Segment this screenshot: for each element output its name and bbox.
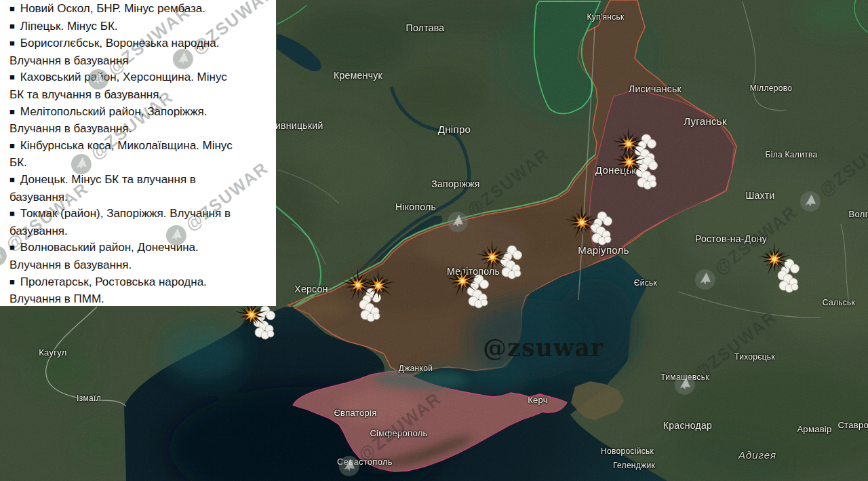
strike-report-line: Пролетарськ, Ростовська народна. [20,275,207,288]
strike-report-line: Влучання в базування [9,54,129,67]
strike-report-item: ■Донецьк. Мінус БК та влучання вбазуванн… [9,172,268,206]
map-screenshot: ПолтаваКуп'янськКременчукЛисичанськМілле… [0,0,868,481]
strike-report-line: Каховський район, Херсонщина. Мінус [20,71,227,83]
bullet-square-icon: ■ [9,107,15,117]
strike-report-line: Влучання в базування. [9,258,132,271]
strike-report-line: Кінбурнська коса, Миколаївщина. Мінус [20,139,233,152]
bullet-square-icon: ■ [9,140,15,151]
strike-report-line: Новий Оскол, БНР. Мінус рембаза. [20,2,205,15]
strike-report-line: Влучання в ПММ. [9,292,104,305]
bullet-square-icon: ■ [9,174,15,185]
strike-report-item: ■Кінбурнська коса, Миколаївщина. МінусБК… [9,138,268,172]
strike-report-item: ■Токмак (район), Запоріжжя. Влучання вба… [9,206,268,239]
strike-report-line: БК. [9,156,27,169]
strike-report-line: базування. [9,225,68,237]
strike-report-line: Борисоглєбськ, Воронезька народна. [20,37,220,50]
watermark-handle: @zsuwar [483,334,604,362]
strike-report-line: Донецьк. Мінус БК та влучання в [20,173,196,186]
bullet-square-icon: ■ [9,3,15,14]
strike-report-line: базування. [9,191,68,204]
bullet-square-icon: ■ [9,242,15,252]
strike-report-line: Влучання в базування. [9,122,132,135]
bullet-square-icon: ■ [9,277,15,287]
strike-report-item: ■Каховський район, Херсонщина. МінусБК т… [9,69,268,103]
strike-report-line: Волноваський район, Донеччина. [20,241,199,254]
strike-report-list: ■Новий Оскол, БНР. Мінус рембаза.■Ліпець… [9,1,268,308]
strike-report-item: ■Мелітопольский район, Запоріжжя.Влучанн… [9,104,268,138]
strike-report-line: Токмак (район), Запоріжжя. Влучання в [20,207,231,220]
bullet-square-icon: ■ [9,21,15,31]
bullet-square-icon: ■ [9,208,15,218]
bullet-square-icon: ■ [9,38,15,48]
strike-report-item: ■Борисоглєбськ, Воронезька народна.Влуча… [9,35,268,69]
strike-report-line: Мелітопольский район, Запоріжжя. [20,105,208,118]
strike-report-line: Ліпецьк. Мінус БК. [20,20,118,33]
strike-report-line: БК та влучання в базування. [9,88,162,101]
bullet-square-icon: ■ [9,72,15,82]
strike-report-item: ■Волноваський район, Донеччина.Влучання … [9,239,268,273]
strike-report-item: ■Ліпецьк. Мінус БК. [9,18,268,36]
strike-report-panel: ■Новий Оскол, БНР. Мінус рембаза.■Ліпець… [0,0,276,306]
strike-report-item: ■Новий Оскол, БНР. Мінус рембаза. [9,1,268,18]
strike-report-item: ■Пролетарськ, Ростовська народна.Влучанн… [9,274,268,308]
